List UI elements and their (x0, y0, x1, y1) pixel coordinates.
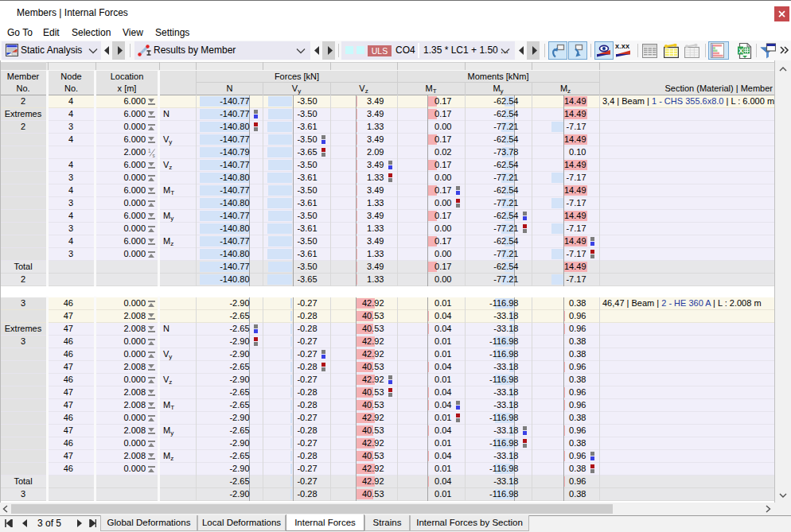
svg-text:1: 1 (148, 148, 151, 153)
svg-text:s: s (153, 153, 156, 158)
svg-text:X: X (738, 47, 743, 55)
svg-text:X.XX: X.XX (615, 43, 629, 50)
